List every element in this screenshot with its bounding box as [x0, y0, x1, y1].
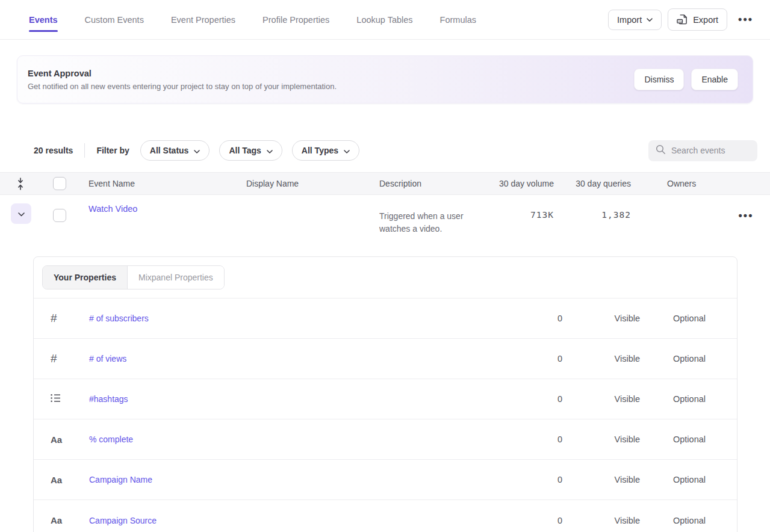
chevron-down-icon: [344, 146, 350, 155]
filter-bar: 20 results Filter by All Status All Tags…: [0, 140, 770, 161]
collapse-row-button[interactable]: [11, 203, 31, 224]
export-button[interactable]: csv Export: [668, 8, 727, 31]
row-more-actions-button[interactable]: •••: [734, 206, 759, 226]
search-events-box[interactable]: [648, 140, 757, 161]
chevron-down-icon: [267, 146, 273, 155]
column-header-description[interactable]: Description: [379, 179, 482, 188]
property-visibility: Visible: [562, 314, 640, 323]
export-button-label: Export: [693, 15, 718, 25]
tab-custom-events[interactable]: Custom Events: [85, 0, 144, 39]
property-visibility: Visible: [562, 435, 640, 444]
property-visibility: Visible: [562, 394, 640, 404]
properties-tab-group: Your Properties Mixpanel Properties: [42, 265, 225, 289]
event-approval-banner: Event Approval Get notified on all new e…: [17, 55, 753, 104]
tags-filter-dropdown[interactable]: All Tags: [219, 140, 282, 161]
property-count: 0: [490, 354, 562, 363]
property-name-link[interactable]: #hashtags: [89, 394, 128, 404]
status-filter-label: All Status: [150, 146, 189, 155]
tab-formulas[interactable]: Formulas: [440, 0, 476, 39]
chevron-down-icon: [647, 18, 653, 22]
property-row: Aa Campaign Source 0 Visible Optional: [34, 500, 737, 532]
tab-your-properties[interactable]: Your Properties: [43, 266, 128, 289]
topbar-actions: Import csv Export •••: [608, 8, 758, 31]
enable-button[interactable]: Enable: [691, 69, 738, 90]
property-row: # # of subscribers 0 Visible Optional: [34, 298, 737, 339]
import-button[interactable]: Import: [608, 10, 662, 30]
tab-profile-properties[interactable]: Profile Properties: [262, 0, 329, 39]
tab-mixpanel-properties[interactable]: Mixpanel Properties: [128, 266, 224, 289]
import-button-label: Import: [617, 15, 642, 25]
column-header-volume[interactable]: 30 day volume: [482, 179, 554, 188]
list-icon: [51, 394, 61, 405]
event-name-link[interactable]: Watch Video: [88, 197, 137, 214]
property-requirement: Optional: [640, 314, 706, 323]
text-icon: Aa: [51, 515, 62, 525]
property-requirement: Optional: [640, 354, 706, 363]
chevron-down-icon: [194, 146, 200, 155]
column-header-display-name[interactable]: Display Name: [246, 179, 379, 188]
property-requirement: Optional: [640, 475, 706, 484]
event-description: Triggered when a user watches a video.: [379, 203, 474, 235]
property-count: 0: [490, 435, 562, 444]
results-count: 20 results: [34, 146, 73, 155]
property-row: # # of views 0 Visible Optional: [34, 339, 737, 379]
property-count: 0: [490, 516, 562, 525]
tab-events[interactable]: Events: [29, 0, 58, 39]
select-all-checkbox[interactable]: [53, 177, 66, 190]
types-filter-dropdown[interactable]: All Types: [292, 140, 359, 161]
properties-tabs-bar: Your Properties Mixpanel Properties: [34, 257, 737, 298]
csv-file-icon: csv: [677, 14, 688, 25]
property-requirement: Optional: [640, 435, 706, 444]
column-header-queries[interactable]: 30 day queries: [554, 179, 631, 188]
table-row: Watch Video Triggered when a user watche…: [0, 195, 770, 247]
status-filter-dropdown[interactable]: All Status: [140, 140, 210, 161]
text-icon: Aa: [51, 475, 62, 485]
events-table-header: Event Name Display Name Description 30 d…: [0, 172, 770, 195]
property-name-link[interactable]: Campaign Name: [89, 475, 152, 484]
hash-icon: #: [51, 312, 57, 325]
property-name-link[interactable]: # of subscribers: [89, 314, 149, 323]
property-name-link[interactable]: Campaign Source: [89, 516, 157, 525]
search-events-input[interactable]: [671, 146, 750, 155]
dismiss-button[interactable]: Dismiss: [634, 69, 684, 90]
row-checkbox[interactable]: [53, 209, 66, 222]
collapse-all-rows-icon[interactable]: [0, 178, 42, 190]
filter-by-label: Filter by: [96, 146, 129, 155]
event-queries: 1,382: [554, 203, 631, 220]
hash-icon: #: [51, 352, 57, 365]
svg-text:csv: csv: [677, 20, 682, 23]
top-navigation-bar: Events Custom Events Event Properties Pr…: [0, 0, 770, 40]
nav-tabs: Events Custom Events Event Properties Pr…: [29, 0, 476, 39]
property-visibility: Visible: [562, 475, 640, 484]
property-visibility: Visible: [562, 354, 640, 363]
property-row: Aa Campaign Name 0 Visible Optional: [34, 460, 737, 500]
property-name-link[interactable]: % complete: [89, 435, 133, 444]
property-row: Aa % complete 0 Visible Optional: [34, 419, 737, 460]
banner-subtitle: Get notified on all new events entering …: [28, 82, 337, 91]
divider: [84, 143, 85, 158]
property-count: 0: [490, 314, 562, 323]
types-filter-label: All Types: [302, 146, 338, 155]
property-requirement: Optional: [640, 394, 706, 404]
chevron-down-icon: [18, 209, 25, 218]
lexicon-events-page: Events Custom Events Event Properties Pr…: [0, 0, 770, 532]
event-properties-panel: Your Properties Mixpanel Properties # # …: [33, 256, 737, 532]
property-name-link[interactable]: # of views: [89, 354, 126, 363]
tags-filter-label: All Tags: [229, 146, 261, 155]
search-icon: [656, 144, 666, 157]
column-header-event-name[interactable]: Event Name: [76, 179, 246, 188]
event-volume: 713K: [482, 203, 554, 220]
property-count: 0: [490, 394, 562, 404]
property-row: #hashtags 0 Visible Optional: [34, 379, 737, 419]
events-table: Event Name Display Name Description 30 d…: [0, 172, 770, 247]
banner-text: Event Approval Get notified on all new e…: [17, 69, 337, 91]
column-header-owners[interactable]: Owners: [631, 179, 722, 188]
banner-actions: Dismiss Enable: [634, 69, 753, 90]
banner-title: Event Approval: [28, 69, 337, 78]
more-actions-button[interactable]: •••: [733, 10, 758, 29]
text-icon: Aa: [51, 435, 62, 445]
property-count: 0: [490, 475, 562, 484]
tab-lookup-tables[interactable]: Lookup Tables: [356, 0, 412, 39]
property-requirement: Optional: [640, 516, 706, 525]
tab-event-properties[interactable]: Event Properties: [171, 0, 235, 39]
